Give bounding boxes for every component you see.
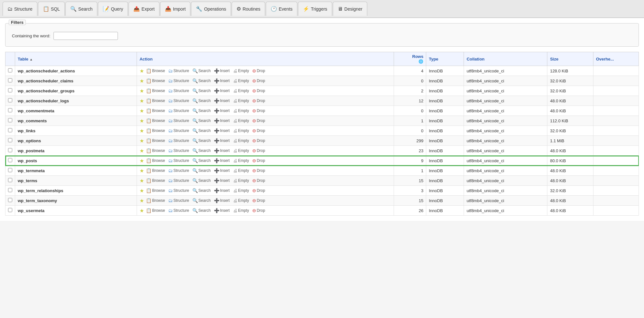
row-checkbox-7[interactable] <box>5 136 15 146</box>
insert-link-1[interactable]: ➕Insert <box>213 78 231 84</box>
table-name-14[interactable]: wp_usermeta <box>15 206 137 216</box>
drop-link-8[interactable]: ⊖Drop <box>251 147 266 154</box>
empty-link-5[interactable]: 🖨Empty <box>232 117 250 124</box>
table-name-6[interactable]: wp_links <box>15 126 137 136</box>
structure-link-1[interactable]: 🗂Structure <box>167 78 190 84</box>
search-link-14[interactable]: 🔍Search <box>191 207 212 214</box>
browse-link-11[interactable]: 📋Browse <box>145 177 166 184</box>
empty-link-12[interactable]: 🖨Empty <box>232 187 250 194</box>
table-name-1[interactable]: wp_actionscheduler_claims <box>15 76 137 86</box>
search-link-12[interactable]: 🔍Search <box>191 187 212 194</box>
row-checkbox-1[interactable] <box>5 76 15 86</box>
tab-export[interactable]: 📤Export <box>129 2 159 16</box>
drop-link-13[interactable]: ⊖Drop <box>251 197 266 204</box>
table-name-11[interactable]: wp_terms <box>15 176 137 186</box>
browse-link-9[interactable]: 📋Browse <box>145 157 166 164</box>
empty-link-13[interactable]: 🖨Empty <box>232 197 250 204</box>
structure-link-14[interactable]: 🗂Structure <box>167 207 190 214</box>
drop-link-9[interactable]: ⊖Drop <box>251 157 266 164</box>
insert-link-13[interactable]: ➕Insert <box>213 197 231 204</box>
table-name-0[interactable]: wp_actionscheduler_actions <box>15 66 137 76</box>
row-checkbox-14[interactable] <box>5 206 15 216</box>
star-icon-7[interactable]: ★ <box>139 138 144 144</box>
structure-link-5[interactable]: 🗂Structure <box>167 117 190 124</box>
browse-link-3[interactable]: 📋Browse <box>145 98 166 104</box>
insert-link-4[interactable]: ➕Insert <box>213 108 231 114</box>
search-link-0[interactable]: 🔍Search <box>191 68 212 74</box>
search-link-3[interactable]: 🔍Search <box>191 98 212 104</box>
table-name-7[interactable]: wp_options <box>15 136 137 146</box>
tab-search[interactable]: 🔍Search <box>65 2 97 16</box>
structure-link-11[interactable]: 🗂Structure <box>167 177 190 184</box>
tab-designer[interactable]: 🖥Designer <box>333 2 367 16</box>
row-checkbox-0[interactable] <box>5 66 15 76</box>
search-link-2[interactable]: 🔍Search <box>191 88 212 94</box>
drop-link-14[interactable]: ⊖Drop <box>251 207 266 214</box>
tab-operations[interactable]: 🔧Operations <box>191 2 231 16</box>
star-icon-12[interactable]: ★ <box>139 188 144 194</box>
browse-link-0[interactable]: 📋Browse <box>145 68 166 74</box>
browse-link-4[interactable]: 📋Browse <box>145 108 166 114</box>
star-icon-13[interactable]: ★ <box>139 198 144 204</box>
browse-link-5[interactable]: 📋Browse <box>145 117 166 124</box>
table-name-9[interactable]: wp_posts <box>15 156 137 166</box>
drop-link-4[interactable]: ⊖Drop <box>251 108 266 114</box>
browse-link-7[interactable]: 📋Browse <box>145 137 166 144</box>
row-checkbox-13[interactable] <box>5 196 15 206</box>
empty-link-3[interactable]: 🖨Empty <box>232 98 250 104</box>
browse-link-1[interactable]: 📋Browse <box>145 78 166 84</box>
row-checkbox-5[interactable] <box>5 116 15 126</box>
table-name-3[interactable]: wp_actionscheduler_logs <box>15 96 137 106</box>
search-link-4[interactable]: 🔍Search <box>191 108 212 114</box>
table-name-12[interactable]: wp_term_relationships <box>15 186 137 196</box>
drop-link-7[interactable]: ⊖Drop <box>251 137 266 144</box>
structure-link-10[interactable]: 🗂Structure <box>167 167 190 174</box>
row-checkbox-12[interactable] <box>5 186 15 196</box>
insert-link-11[interactable]: ➕Insert <box>213 177 231 184</box>
star-icon-0[interactable]: ★ <box>139 68 144 74</box>
empty-link-9[interactable]: 🖨Empty <box>232 157 250 164</box>
browse-link-6[interactable]: 📋Browse <box>145 127 166 134</box>
star-icon-5[interactable]: ★ <box>139 118 144 124</box>
drop-link-5[interactable]: ⊖Drop <box>251 117 266 124</box>
insert-link-12[interactable]: ➕Insert <box>213 187 231 194</box>
empty-link-8[interactable]: 🖨Empty <box>232 147 250 154</box>
structure-link-3[interactable]: 🗂Structure <box>167 98 190 104</box>
empty-link-10[interactable]: 🖨Empty <box>232 167 250 174</box>
star-icon-6[interactable]: ★ <box>139 128 144 134</box>
browse-link-10[interactable]: 📋Browse <box>145 167 166 174</box>
browse-link-14[interactable]: 📋Browse <box>145 207 166 214</box>
browse-link-2[interactable]: 📋Browse <box>145 88 166 94</box>
drop-link-3[interactable]: ⊖Drop <box>251 98 266 104</box>
star-icon-14[interactable]: ★ <box>139 208 144 214</box>
table-name-5[interactable]: wp_comments <box>15 116 137 126</box>
empty-link-2[interactable]: 🖨Empty <box>232 88 250 94</box>
insert-link-14[interactable]: ➕Insert <box>213 207 231 214</box>
star-icon-11[interactable]: ★ <box>139 178 144 184</box>
structure-link-8[interactable]: 🗂Structure <box>167 147 190 154</box>
row-checkbox-8[interactable] <box>5 146 15 156</box>
star-icon-1[interactable]: ★ <box>139 78 144 84</box>
table-name-4[interactable]: wp_commentmeta <box>15 106 137 116</box>
row-checkbox-4[interactable] <box>5 106 15 116</box>
empty-link-7[interactable]: 🖨Empty <box>232 137 250 144</box>
insert-link-3[interactable]: ➕Insert <box>213 98 231 104</box>
search-link-1[interactable]: 🔍Search <box>191 78 212 84</box>
insert-link-7[interactable]: ➕Insert <box>213 137 231 144</box>
drop-link-1[interactable]: ⊖Drop <box>251 78 266 84</box>
row-checkbox-6[interactable] <box>5 126 15 136</box>
table-name-10[interactable]: wp_termmeta <box>15 166 137 176</box>
browse-link-8[interactable]: 📋Browse <box>145 147 166 154</box>
tab-events[interactable]: 🕐Events <box>266 2 297 16</box>
star-icon-2[interactable]: ★ <box>139 88 144 94</box>
empty-link-4[interactable]: 🖨Empty <box>232 108 250 114</box>
tab-sql[interactable]: 📋SQL <box>38 2 65 16</box>
table-name-2[interactable]: wp_actionscheduler_groups <box>15 86 137 96</box>
search-link-9[interactable]: 🔍Search <box>191 157 212 164</box>
search-link-7[interactable]: 🔍Search <box>191 137 212 144</box>
tab-query[interactable]: 📝Query <box>98 2 128 16</box>
star-icon-4[interactable]: ★ <box>139 108 144 114</box>
drop-link-6[interactable]: ⊖Drop <box>251 127 266 134</box>
star-icon-9[interactable]: ★ <box>139 158 144 164</box>
structure-link-2[interactable]: 🗂Structure <box>167 88 190 94</box>
